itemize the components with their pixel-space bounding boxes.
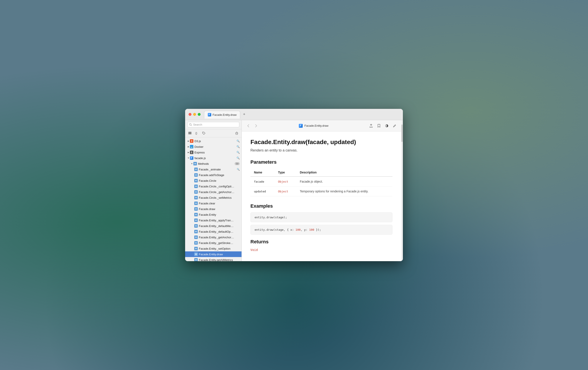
close-button[interactable] (189, 113, 191, 116)
sidebar-item-methods[interactable]: ▼ M Methods 59 (185, 161, 242, 166)
method-icon: M (194, 230, 198, 233)
expand-d3js[interactable]: ▶ (187, 140, 190, 143)
svg-rect-2 (188, 132, 191, 133)
list-item[interactable]: M Facade.Entity._setOption (185, 246, 242, 251)
edit-button[interactable] (392, 123, 398, 129)
tab-icon: F (208, 113, 211, 116)
method-icon: M (194, 213, 198, 216)
maximize-button[interactable] (198, 113, 200, 116)
svg-line-1 (191, 125, 192, 126)
new-tab-button[interactable]: + (241, 112, 247, 118)
list-item[interactable]: M Facade.Entity (185, 212, 242, 217)
list-item[interactable]: M Facade.Entity._defaultOp… (185, 229, 242, 234)
method-icon: M (194, 179, 198, 182)
svg-rect-4 (188, 134, 191, 134)
content-area: F Facade.Entity.draw (242, 120, 401, 261)
col-description: Description (296, 168, 392, 176)
sidebar-item-docker[interactable]: ▶ 🐋 Docker 🔍 (185, 144, 242, 150)
expand-facadejs[interactable]: ▼ (187, 156, 190, 160)
list-item[interactable]: M Facade.Entity._getAnchor… (185, 234, 242, 240)
sidebar-toolbar: {} (185, 129, 242, 137)
tag-icon[interactable] (201, 130, 207, 136)
search-input[interactable] (193, 123, 237, 126)
contrast-button[interactable] (384, 123, 390, 129)
method-label: Facade.Entity._defaultMe… (199, 224, 240, 228)
list-item[interactable]: M Facade.Circle._getAnchor… (185, 189, 242, 195)
method-icon: M (194, 190, 198, 194)
parameters-heading: Parameters (251, 159, 392, 165)
list-item[interactable]: M Facade.draw (185, 206, 242, 212)
minimize-button[interactable] (193, 113, 196, 116)
d3js-search[interactable]: 🔍 (237, 140, 240, 143)
doc-subtitle: Renders an entity to a canvas. (251, 148, 392, 152)
method-icon: M (194, 207, 198, 211)
scrollbar-thumb[interactable] (401, 124, 403, 142)
method-label: Facade.Circle._setMetrics (199, 196, 240, 199)
param-name-facade: facade (254, 180, 264, 183)
app-window: F Facade.Entity.draw + (185, 109, 403, 261)
returns-type: Void (251, 248, 392, 252)
method-icon: M (194, 218, 198, 222)
sidebar-item-facade-entity-draw[interactable]: M Facade.Entity.draw (185, 251, 242, 257)
col-name: Name (251, 168, 274, 176)
doc-title: Facade.Entity.draw(facade, updated) (251, 138, 392, 146)
method-label: Facade.Entity._getStroke… (199, 241, 240, 245)
method-icon: M (194, 196, 198, 199)
scrollbar-track[interactable] (401, 120, 403, 261)
tab-label: Facade.Entity.draw (212, 113, 237, 116)
active-tab[interactable]: F Facade.Entity.draw (204, 111, 240, 119)
expand-express[interactable]: ▶ (187, 151, 190, 154)
express-icon: E (190, 151, 193, 154)
method-icon: M (194, 236, 198, 239)
list-item[interactable]: M Facade.Circle._setMetrics (185, 195, 242, 200)
parameters-table: Name Type Description facade Object Faca… (251, 168, 392, 196)
col-type: Type (274, 168, 296, 176)
list-item[interactable]: M Facade.addToStage (185, 172, 242, 178)
tab-bar: F Facade.Entity.draw + (204, 111, 247, 118)
sidebar-item-facadejs[interactable]: ▼ F facade.js 🔍 (185, 155, 242, 161)
home-icon[interactable] (234, 130, 240, 136)
back-button[interactable] (245, 123, 251, 129)
express-label: Express (194, 151, 236, 154)
forward-button[interactable] (253, 123, 259, 129)
method-icon: M (194, 247, 198, 250)
docker-search[interactable]: 🔍 (237, 145, 240, 148)
param-desc-facade: Facade.js object. (300, 180, 323, 183)
sidebar-item-express[interactable]: ▶ E Express 🔍 (185, 150, 242, 155)
method-icon: M (194, 202, 198, 205)
sidebar-item-d3js[interactable]: ▶ D D3.js 🔍 (185, 138, 242, 144)
search-wrapper[interactable] (187, 122, 239, 127)
list-item[interactable]: M Facade.Entity._getStroke… (185, 240, 242, 246)
list-item[interactable]: M Facade._animate 🔍 (185, 166, 242, 172)
expand-methods[interactable]: ▼ (190, 162, 193, 165)
share-button[interactable] (368, 123, 374, 129)
svg-text:{}: {} (195, 132, 197, 135)
bookmark-button[interactable] (376, 123, 382, 129)
returns-heading: Returns (251, 239, 392, 245)
table-row: facade Object Facade.js object. (251, 176, 392, 186)
method-icon: M (194, 173, 198, 177)
code-text-2-mid: , y: (301, 228, 309, 231)
book-stack-icon[interactable] (187, 130, 193, 136)
list-item[interactable]: M Facade.clear (185, 200, 242, 206)
list-item[interactable]: M Facade.Circle._configOpti… (185, 184, 242, 189)
list-item[interactable]: M Facade.Entity._applyTran… (185, 217, 242, 223)
content-title: Facade.Entity.draw (304, 124, 328, 127)
svg-rect-7 (236, 133, 238, 134)
method-icon: M (194, 224, 198, 228)
code-num-100-x: 100 (295, 228, 301, 231)
list-item[interactable]: M Facade.Entity._defaultMe… (185, 223, 242, 229)
facadejs-search[interactable]: 🔍 (237, 156, 240, 160)
list-item[interactable]: M Facade.Circle (185, 178, 242, 184)
facadejs-icon: F (190, 156, 193, 160)
expand-docker[interactable]: ▶ (187, 145, 190, 148)
curly-braces-icon[interactable]: {} (194, 130, 200, 136)
express-search[interactable]: 🔍 (237, 151, 240, 154)
param-desc-updated: Temporary options for rendering a Facade… (300, 190, 368, 193)
search-icon-animate[interactable]: 🔍 (237, 168, 240, 171)
code-num-100-y: 100 (309, 228, 314, 231)
facade-entity-draw-label: Facade.Entity.draw (199, 253, 240, 256)
method-label: Facade.draw (199, 207, 240, 211)
list-item[interactable]: M Facade.Entity.getAllMetrics (185, 257, 242, 261)
methods-badge: 59 (235, 162, 240, 165)
